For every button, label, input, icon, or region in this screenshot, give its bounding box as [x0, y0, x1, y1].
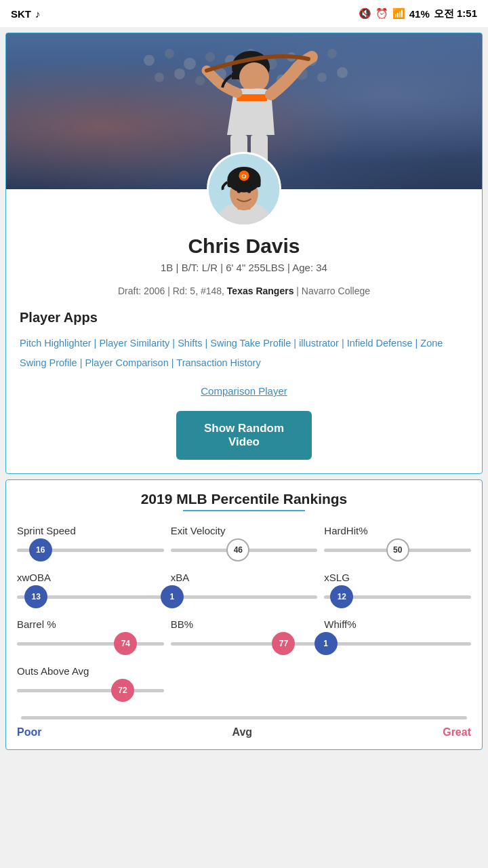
stat-label: xwOBA [17, 572, 164, 583]
app-player-comparison[interactable]: Player Comparison [85, 357, 168, 368]
svg-point-22 [239, 62, 269, 92]
app-player-similarity[interactable]: Player Similarity [99, 338, 169, 349]
legend-container: Poor Avg Great [17, 713, 471, 738]
app-transaction-history[interactable]: Transaction History [176, 357, 260, 368]
stat-label: Exit Velocity [171, 525, 318, 536]
rankings-title: 2019 MLB Percentile Rankings [17, 491, 471, 507]
random-video-button[interactable]: Show Random Video [176, 411, 312, 460]
rankings-card: 2019 MLB Percentile Rankings Sprint Spee… [5, 479, 483, 750]
stat-label: Sprint Speed [17, 525, 164, 536]
player-apps-title: Player Apps [6, 302, 482, 330]
slider-thumb: 77 [272, 632, 295, 655]
slider-track: 77 [171, 642, 318, 646]
avatar-container: O [6, 152, 482, 226]
slider-container: 74 [17, 634, 164, 653]
app-pitch-highlighter[interactable]: Pitch Highlighter [20, 338, 92, 349]
stat-item: HardHit%50 [324, 525, 471, 559]
stat-item: Barrel %74 [17, 618, 164, 653]
stat-item: xwOBA13 [17, 572, 164, 606]
slider-container: 1 [324, 634, 471, 653]
svg-point-19 [337, 67, 348, 78]
legend-poor: Poor [17, 726, 41, 738]
stat-label: HardHit% [324, 525, 471, 536]
carrier-label: SKT [11, 8, 31, 20]
rankings-underline [183, 510, 305, 511]
stat-item: BB%77 [171, 618, 318, 653]
svg-point-2 [184, 58, 196, 70]
time-label: 오전 1:51 [434, 7, 477, 20]
app-illustrator[interactable]: illustrator [299, 338, 339, 349]
slider-container: 12 [324, 587, 471, 606]
stat-label: xBA [171, 572, 318, 583]
stat-label: xSLG [324, 572, 471, 583]
stat-label: BB% [171, 618, 318, 630]
avatar: O [207, 152, 281, 226]
player-info: Chris Davis 1B | B/T: L/R | 6' 4" 255LBS… [6, 226, 482, 280]
slider-thumb: 1 [314, 632, 338, 655]
stat-item: Sprint Speed16 [17, 525, 164, 559]
slider-container: 72 [17, 681, 164, 700]
slider-track: 1 [171, 595, 318, 599]
slider-container: 1 [171, 587, 318, 606]
player-card: O Chris Davis 1B | B/T: L/R | 6' 4" 255L… [5, 33, 483, 474]
slider-thumb: 46 [226, 538, 249, 561]
player-draft: Draft: 2006 | Rd: 5, #148, Texas Rangers… [6, 280, 482, 302]
comparison-label[interactable]: Comparison Player [201, 385, 287, 397]
slider-track: 16 [17, 549, 164, 552]
app-infield-defense[interactable]: Infield Defense [347, 338, 413, 349]
stat-label: Outs Above Avg [17, 665, 164, 677]
slider-track: 1 [324, 642, 471, 646]
svg-point-0 [144, 55, 155, 66]
stat-label: Whiff% [324, 618, 471, 630]
svg-point-1 [165, 49, 174, 58]
svg-point-3 [205, 52, 215, 62]
stat-item: Whiff%1 [324, 618, 471, 653]
battery-label: 41% [409, 8, 430, 20]
player-name: Chris Davis [20, 235, 468, 258]
slider-thumb: 1 [161, 585, 184, 608]
slider-thumb: 72 [111, 679, 134, 702]
svg-point-18 [317, 73, 327, 82]
mute-icon: 🔇 [359, 7, 371, 20]
slider-track: 12 [324, 595, 471, 599]
rankings-grid: Sprint Speed16Exit Velocity46HardHit%50x… [17, 525, 471, 700]
slider-track: 13 [17, 595, 164, 599]
legend-track [21, 716, 467, 719]
slider-thumb: 50 [386, 538, 409, 561]
slider-thumb: 12 [330, 585, 353, 608]
slider-track: 74 [17, 642, 164, 646]
stat-item: xBA1 [171, 572, 318, 606]
music-icon: ♪ [35, 8, 41, 20]
slider-container: 13 [17, 587, 164, 606]
slider-container: 50 [324, 540, 471, 559]
status-bar: SKT ♪ 🔇 ⏰ 📶 41% 오전 1:51 [0, 0, 488, 27]
svg-point-10 [155, 73, 164, 82]
legend [17, 713, 471, 722]
player-apps-links: Pitch Highlighter | Player Similarity | … [6, 330, 482, 382]
stat-item: xSLG12 [324, 572, 471, 606]
player-stats: 1B | B/T: L/R | 6' 4" 255LBS | Age: 34 [20, 262, 468, 273]
slider-track: 50 [324, 549, 471, 552]
legend-great: Great [443, 726, 471, 738]
status-right: 🔇 ⏰ 📶 41% 오전 1:51 [359, 7, 477, 20]
legend-labels: Poor Avg Great [17, 726, 471, 738]
slider-container: 77 [171, 634, 318, 653]
alarm-icon: ⏰ [375, 7, 388, 20]
svg-text:O: O [241, 172, 246, 180]
slider-thumb: 13 [24, 585, 47, 608]
svg-point-12 [195, 76, 205, 85]
slider-track: 72 [17, 689, 164, 692]
status-left: SKT ♪ [11, 8, 41, 20]
slider-container: 46 [171, 540, 318, 559]
slider-thumb: 74 [114, 632, 137, 655]
svg-point-11 [174, 68, 185, 79]
app-swing-take[interactable]: Swing Take Profile [210, 338, 291, 349]
stat-item: Exit Velocity46 [171, 525, 318, 559]
slider-track: 46 [171, 549, 318, 552]
legend-avg: Avg [232, 726, 253, 738]
stat-item: Outs Above Avg72 [17, 665, 164, 700]
comparison-section: Comparison Player [6, 382, 482, 404]
stat-label: Barrel % [17, 618, 164, 630]
slider-thumb: 16 [29, 538, 52, 561]
app-shifts[interactable]: Shifts [178, 338, 202, 349]
